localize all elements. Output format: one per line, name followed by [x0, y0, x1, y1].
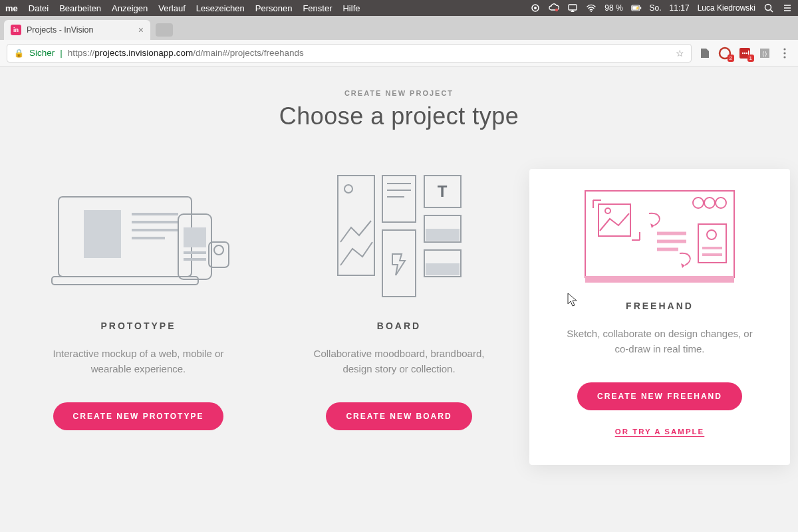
svg-rect-19: [748, 51, 749, 56]
card-board-desc: Collaborative moodboard, brandboard, des…: [299, 346, 499, 377]
lastpass-ext-icon[interactable]: [738, 47, 751, 60]
cloud-sync-icon[interactable]: [549, 3, 559, 13]
svg-point-17: [744, 52, 745, 53]
svg-text:⚡: ⚡: [634, 5, 639, 11]
secure-label: Sicher: [29, 48, 55, 58]
svg-point-1: [534, 7, 537, 9]
freehand-illustration-icon: [548, 169, 771, 289]
svg-point-22: [783, 48, 785, 50]
wifi-icon[interactable]: [586, 3, 597, 13]
svg-rect-33: [184, 227, 206, 247]
menubar-app[interactable]: me: [5, 3, 18, 13]
card-board[interactable]: T BOARD Collaborative moodboard, brandbo…: [269, 169, 529, 465]
svg-rect-50: [426, 263, 460, 275]
browser-tab-active[interactable]: in Projects - InVision ×: [4, 20, 150, 40]
svg-point-61: [716, 198, 726, 208]
svg-rect-7: [640, 7, 641, 9]
svg-line-10: [771, 10, 773, 13]
tab-close-icon[interactable]: ×: [138, 25, 144, 35]
battery-icon: ⚡: [631, 3, 642, 13]
svg-point-24: [783, 56, 785, 58]
menubar-user[interactable]: Luca Kiedrowski: [698, 3, 755, 13]
svg-rect-48: [426, 229, 460, 241]
create-board-button[interactable]: CREATE NEW BOARD: [326, 402, 471, 430]
grammarly-ext-icon[interactable]: [718, 47, 732, 60]
create-freehand-button[interactable]: CREATE NEW FREEHAND: [577, 382, 742, 410]
menubar-day: So.: [650, 3, 662, 13]
svg-point-54: [605, 208, 610, 213]
menubar-item-personen[interactable]: Personen: [255, 3, 293, 13]
menubar-time: 11:17: [670, 3, 690, 13]
record-icon[interactable]: [530, 3, 541, 13]
create-prototype-button[interactable]: CREATE NEW PROTOTYPE: [53, 402, 224, 430]
browser-tab-title: Projects - InVision: [27, 25, 94, 35]
url-host: projects.invisionapp.com: [94, 48, 193, 58]
browser-tabstrip: in Projects - InVision ×: [0, 16, 798, 40]
svg-point-9: [765, 5, 771, 11]
menubar-item-anzeigen[interactable]: Anzeigen: [112, 3, 148, 13]
page-content: CREATE NEW PROJECT Choose a project type: [0, 66, 798, 532]
lock-icon: 🔒: [14, 49, 24, 58]
svg-rect-52: [585, 276, 734, 283]
invision-favicon-icon: in: [11, 25, 21, 35]
svg-point-66: [707, 230, 716, 239]
svg-point-2: [555, 9, 558, 11]
evernote-ext-icon[interactable]: [698, 47, 712, 60]
bookmark-star-icon[interactable]: ☆: [676, 48, 684, 59]
url-scheme: https://: [68, 48, 95, 58]
try-sample-link[interactable]: OR TRY A SAMPLE: [548, 428, 771, 436]
card-prototype[interactable]: PROTOTYPE Interactive mockup of a web, m…: [8, 169, 269, 465]
page-eyebrow: CREATE NEW PROJECT: [0, 89, 798, 97]
menubar-item-fenster[interactable]: Fenster: [303, 3, 332, 13]
svg-point-14: [720, 48, 730, 59]
svg-point-59: [693, 198, 704, 208]
board-illustration-icon: T: [287, 169, 511, 309]
svg-point-60: [704, 198, 715, 208]
svg-rect-3: [569, 5, 577, 10]
macos-menubar: me Datei Bearbeiten Anzeigen Verlauf Les…: [0, 0, 798, 16]
project-type-cards: PROTOTYPE Interactive mockup of a web, m…: [0, 169, 798, 465]
svg-point-37: [214, 245, 223, 255]
svg-rect-53: [598, 204, 630, 236]
menubar-item-verlauf[interactable]: Verlauf: [158, 3, 185, 13]
page-title: Choose a project type: [0, 102, 798, 130]
svg-text:⟨⟩: ⟨⟩: [762, 51, 767, 57]
card-prototype-desc: Interactive mockup of a web, mobile or w…: [39, 346, 238, 377]
menubar-item-hilfe[interactable]: Hilfe: [342, 3, 360, 13]
browser-toolbar: 🔒 Sicher | https://projects.invisionapp.…: [0, 40, 798, 66]
card-board-title: BOARD: [287, 321, 511, 331]
svg-point-39: [344, 185, 352, 193]
chrome-menu-icon[interactable]: [778, 47, 791, 60]
svg-rect-26: [52, 277, 198, 285]
extension-icons: ⟨⟩: [698, 47, 791, 60]
menubar-item-lesezeichen[interactable]: Lesezeichen: [196, 3, 245, 13]
battery-percent: 98 %: [604, 3, 622, 13]
svg-point-23: [783, 52, 785, 54]
url-path: /d/main#/projects/freehands: [193, 48, 304, 58]
card-prototype-title: PROTOTYPE: [27, 321, 250, 331]
devtools-ext-icon[interactable]: ⟨⟩: [758, 47, 771, 60]
menubar-search-icon[interactable]: [763, 3, 774, 13]
card-freehand-title: FREEHAND: [548, 301, 771, 311]
svg-text:T: T: [438, 182, 448, 200]
card-freehand[interactable]: FREEHAND Sketch, collaborate on design c…: [529, 169, 790, 465]
prototype-illustration-icon: [27, 169, 250, 309]
address-bar[interactable]: 🔒 Sicher | https://projects.invisionapp.…: [7, 44, 692, 63]
menubar-item-datei[interactable]: Datei: [29, 3, 49, 13]
svg-point-4: [591, 11, 592, 12]
svg-point-18: [746, 52, 747, 53]
screen-mirror-icon[interactable]: [567, 3, 578, 13]
svg-rect-25: [59, 197, 192, 277]
svg-rect-40: [382, 176, 416, 222]
svg-point-16: [742, 52, 743, 53]
menubar-hamburger-icon[interactable]: [782, 3, 793, 13]
svg-rect-44: [382, 230, 416, 297]
card-freehand-desc: Sketch, collaborate on design changes, o…: [560, 326, 759, 357]
svg-rect-27: [84, 210, 121, 258]
menubar-item-bearbeiten[interactable]: Bearbeiten: [59, 3, 101, 13]
new-tab-button[interactable]: [156, 23, 173, 37]
